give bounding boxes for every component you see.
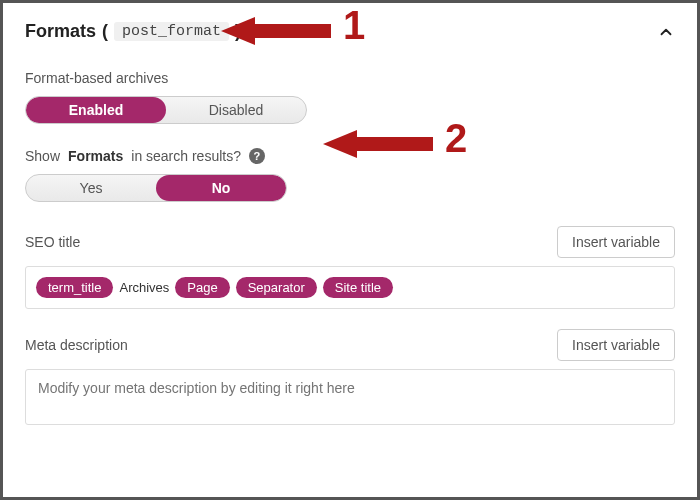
var-separator[interactable]: Separator (236, 277, 317, 298)
seo-title-input[interactable]: term_title Archives Page Separator Site … (25, 266, 675, 309)
seo-insert-variable-button[interactable]: Insert variable (557, 226, 675, 258)
archives-label: Format-based archives (25, 70, 675, 86)
section-header[interactable]: Formats ( post_format ) (25, 21, 675, 42)
search-suffix: in search results? (131, 148, 241, 164)
title-text: Formats (25, 21, 96, 42)
search-prefix: Show (25, 148, 60, 164)
archives-enabled-button[interactable]: Enabled (26, 97, 166, 123)
paren-close: ) (235, 21, 241, 42)
help-icon[interactable]: ? (249, 148, 265, 164)
settings-panel: 1 2 Formats ( post_format ) Format-based… (0, 0, 700, 500)
search-yes-button[interactable]: Yes (26, 175, 156, 201)
meta-insert-variable-button[interactable]: Insert variable (557, 329, 675, 361)
search-bold: Formats (68, 148, 123, 164)
var-page[interactable]: Page (175, 277, 229, 298)
var-site-title[interactable]: Site title (323, 277, 393, 298)
archives-toggle: Enabled Disabled (25, 96, 307, 124)
chevron-up-icon[interactable] (657, 23, 675, 41)
var-term-title[interactable]: term_title (36, 277, 113, 298)
meta-description-input[interactable] (25, 369, 675, 425)
meta-description-label: Meta description (25, 337, 128, 353)
meta-description-block: Meta description Insert variable (25, 329, 675, 429)
search-no-button[interactable]: No (156, 175, 286, 201)
text-archives: Archives (119, 280, 169, 295)
paren-open: ( (102, 21, 108, 42)
search-results-label: Show Formats in search results? ? (25, 148, 675, 164)
search-results-toggle: Yes No (25, 174, 287, 202)
seo-title-block: SEO title Insert variable term_title Arc… (25, 226, 675, 309)
seo-title-label: SEO title (25, 234, 80, 250)
section-title: Formats ( post_format ) (25, 21, 241, 42)
code-name: post_format (114, 22, 229, 41)
archives-disabled-button[interactable]: Disabled (166, 97, 306, 123)
